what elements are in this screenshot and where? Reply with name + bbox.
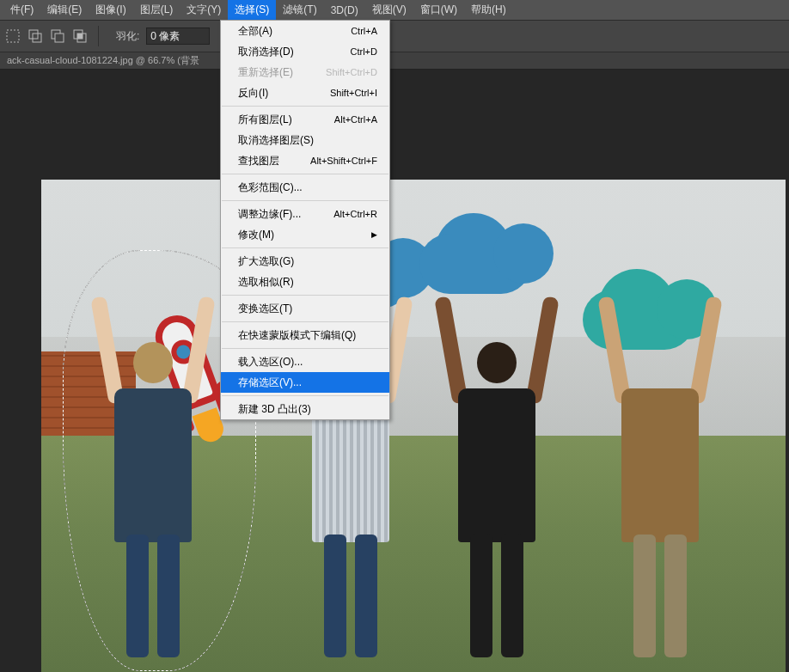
feather-input[interactable]: 0 像素 xyxy=(146,27,210,45)
menu-item-shortcut: Alt+Ctrl+R xyxy=(333,209,377,219)
selection-subtract-icon[interactable] xyxy=(48,27,67,46)
menu-item[interactable]: 修改(M) xyxy=(221,224,389,245)
menu-item[interactable]: 取消选择(D)Ctrl+D xyxy=(221,41,389,62)
menu-item-shortcut: Alt+Shift+Ctrl+F xyxy=(310,156,377,166)
menu-item-label: 变换选区(T) xyxy=(238,302,377,316)
svg-rect-0 xyxy=(7,30,19,42)
menu-file[interactable]: 件(F) xyxy=(3,0,40,21)
menu-item-shortcut: Alt+Ctrl+A xyxy=(334,114,377,125)
menu-item[interactable]: 变换选区(T) xyxy=(221,298,389,319)
selection-new-icon[interactable] xyxy=(3,27,22,46)
document-tab-bar: ack-casual-cloud-1081224.jpg @ 66.7% (背景 xyxy=(0,52,789,70)
svg-rect-2 xyxy=(33,34,41,42)
select-menu-dropdown: 全部(A)Ctrl+A取消选择(D)Ctrl+D重新选择(E)Shift+Ctr… xyxy=(220,20,390,420)
menu-layer[interactable]: 图层(L) xyxy=(133,0,180,21)
menu-image[interactable]: 图像(I) xyxy=(89,0,132,21)
menu-item[interactable]: 存储选区(V)... xyxy=(221,372,389,393)
menu-item-label: 色彩范围(C)... xyxy=(238,180,377,195)
menu-item[interactable]: 取消选择图层(S) xyxy=(221,130,389,150)
menu-item[interactable]: 新建 3D 凸出(3) xyxy=(221,399,389,419)
feather-label: 羽化: xyxy=(116,29,139,44)
menu-item-label: 新建 3D 凸出(3) xyxy=(238,402,377,417)
menu-item-label: 载入选区(O)... xyxy=(238,355,377,370)
menu-item-label: 在快速蒙版模式下编辑(Q) xyxy=(238,328,377,343)
menu-view[interactable]: 视图(V) xyxy=(365,0,413,21)
svg-rect-1 xyxy=(29,30,38,39)
document-tab[interactable]: ack-casual-cloud-1081224.jpg @ 66.7% (背景 xyxy=(7,54,199,67)
menu-item[interactable]: 全部(A)Ctrl+A xyxy=(221,21,389,41)
menu-item-label: 取消选择(D) xyxy=(238,45,351,59)
menu-3d[interactable]: 3D(D) xyxy=(324,1,365,20)
image-person xyxy=(609,273,712,657)
selection-add-icon[interactable] xyxy=(26,27,45,46)
menu-help[interactable]: 帮助(H) xyxy=(464,0,513,21)
menu-item: 重新选择(E)Shift+Ctrl+D xyxy=(221,62,389,82)
menu-item[interactable]: 所有图层(L)Alt+Ctrl+A xyxy=(221,109,389,130)
menu-item-label: 存储选区(V)... xyxy=(238,376,377,390)
menu-item-shortcut: Ctrl+A xyxy=(351,26,377,36)
menu-item-shortcut: Shift+Ctrl+D xyxy=(326,67,377,77)
menu-item-label: 反向(I) xyxy=(238,86,330,101)
menu-item[interactable]: 载入选区(O)... xyxy=(221,351,389,372)
menu-item[interactable]: 选取相似(R) xyxy=(221,272,389,292)
menu-edit[interactable]: 编辑(E) xyxy=(40,0,89,21)
menu-item-label: 所有图层(L) xyxy=(238,113,334,127)
menu-item[interactable]: 调整边缘(F)...Alt+Ctrl+R xyxy=(221,204,389,224)
separator xyxy=(98,26,99,46)
menu-item-label: 修改(M) xyxy=(238,228,366,242)
canvas[interactable] xyxy=(41,180,786,672)
selection-intersect-icon[interactable] xyxy=(70,27,89,46)
menu-item[interactable]: 在快速蒙版模式下编辑(Q) xyxy=(221,325,389,345)
menu-item-label: 全部(A) xyxy=(238,24,351,39)
menubar: 件(F) 编辑(E) 图像(I) 图层(L) 文字(Y) 选择(S) 滤镜(T)… xyxy=(0,0,789,20)
menu-item-shortcut: Ctrl+D xyxy=(351,46,377,57)
image-person xyxy=(445,273,548,657)
menu-item[interactable]: 扩大选取(G) xyxy=(221,251,389,272)
menu-item-label: 调整边缘(F)... xyxy=(238,207,333,222)
workspace xyxy=(0,70,789,672)
svg-rect-7 xyxy=(77,34,83,39)
menu-filter[interactable]: 滤镜(T) xyxy=(276,0,323,21)
menu-item-label: 取消选择图层(S) xyxy=(238,133,377,148)
menu-item-label: 重新选择(E) xyxy=(238,65,326,80)
menu-item[interactable]: 色彩范围(C)... xyxy=(221,177,389,198)
menu-item[interactable]: 反向(I)Shift+Ctrl+I xyxy=(221,82,389,103)
svg-rect-4 xyxy=(55,34,64,42)
options-bar: 羽化: 0 像素 xyxy=(0,20,789,52)
menu-item-label: 查找图层 xyxy=(238,154,310,168)
menu-type[interactable]: 文字(Y) xyxy=(180,0,228,21)
menu-item[interactable]: 查找图层Alt+Shift+Ctrl+F xyxy=(221,150,389,171)
menu-window[interactable]: 窗口(W) xyxy=(413,0,464,21)
menu-item-label: 选取相似(R) xyxy=(238,275,377,290)
menu-select[interactable]: 选择(S) xyxy=(228,0,276,21)
menu-item-shortcut: Shift+Ctrl+I xyxy=(330,88,377,98)
menu-item-label: 扩大选取(G) xyxy=(238,254,377,269)
